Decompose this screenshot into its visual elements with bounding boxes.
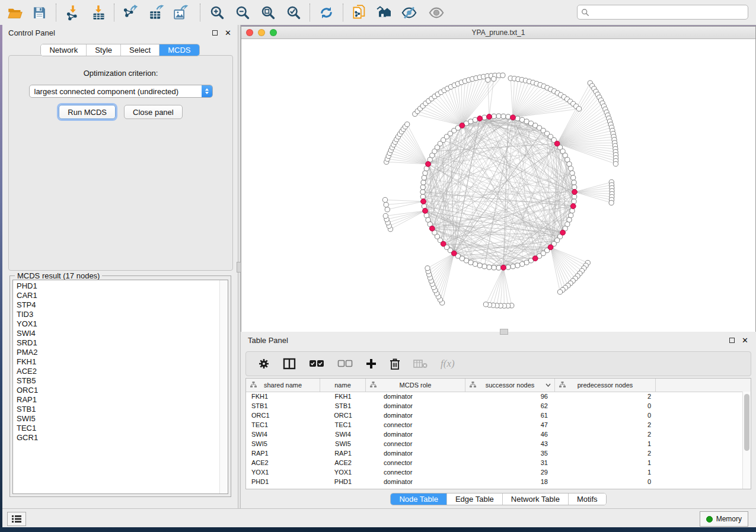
save-session-icon[interactable] [31, 4, 47, 21]
window-zoom-icon[interactable] [270, 29, 277, 36]
dominator-node[interactable] [426, 162, 431, 167]
table-row[interactable]: SWI5SWI5connector431 [246, 439, 743, 448]
column-header-shared-name[interactable]: shared name [246, 379, 320, 392]
dominator-node[interactable] [511, 115, 516, 120]
mcds-result-item[interactable]: PMA2 [13, 348, 219, 357]
network-window-titlebar[interactable]: YPA_prune.txt_1 [241, 27, 755, 39]
table-row[interactable]: TEC1TEC1connector472 [246, 420, 743, 430]
hide-selected-icon[interactable] [401, 4, 417, 21]
dominator-node[interactable] [532, 256, 538, 261]
window-close-icon[interactable] [246, 29, 253, 36]
import-network-icon[interactable] [65, 4, 81, 21]
dominator-node[interactable] [554, 141, 560, 146]
dominator-node[interactable] [572, 190, 578, 195]
search-input[interactable] [592, 8, 748, 17]
dominator-node[interactable] [560, 230, 566, 235]
table-row[interactable]: SWI4SWI4dominator462 [246, 430, 743, 439]
deselect-all-rows-icon[interactable] [337, 360, 353, 368]
show-hidden-icon[interactable] [428, 4, 445, 21]
dominator-node[interactable] [570, 204, 576, 209]
mcds-result-item[interactable]: ACE2 [13, 367, 219, 376]
mcds-result-item[interactable]: SRD1 [13, 338, 219, 348]
table-row[interactable]: RAP1RAP1dominator352 [246, 448, 743, 458]
mcds-result-item[interactable]: FKH1 [13, 357, 219, 367]
mcds-result-item[interactable]: YOX1 [13, 319, 219, 329]
export-network-icon[interactable] [122, 4, 138, 21]
mcds-list-scrollbar[interactable] [219, 280, 228, 493]
mcds-result-item[interactable]: STB1 [13, 405, 219, 414]
home-networks-icon[interactable] [375, 4, 391, 21]
mcds-result-item[interactable]: SWI5 [13, 414, 219, 424]
export-image-icon[interactable] [173, 4, 189, 21]
table-row[interactable]: YOX1YOX1connector291 [246, 467, 743, 477]
select-all-rows-icon[interactable] [309, 360, 324, 368]
column-header-successor-nodes[interactable]: successor nodes [465, 379, 555, 392]
column-header-predecessor-nodes[interactable]: predecessor nodes [555, 379, 656, 392]
table-row[interactable]: FKH1FKH1dominator962 [246, 392, 743, 401]
tab-edge-table[interactable]: Edge Table [447, 493, 503, 505]
run-mcds-button[interactable]: Run MCDS [59, 105, 116, 119]
zoom-selected-icon[interactable] [285, 4, 302, 21]
zoom-fit-icon[interactable] [260, 4, 276, 21]
dominator-node[interactable] [451, 251, 457, 256]
window-minimize-icon[interactable] [258, 29, 265, 36]
tab-select[interactable]: Select [121, 44, 160, 56]
dominator-node[interactable] [460, 123, 465, 128]
network-document-icon[interactable] [351, 4, 368, 21]
dominator-node[interactable] [423, 208, 428, 213]
tab-mcds[interactable]: MCDS [160, 44, 199, 56]
column-header-MCDS-role[interactable]: MCDS role [366, 379, 465, 392]
mcds-result-item[interactable]: TID3 [13, 310, 219, 319]
dominator-node[interactable] [548, 245, 553, 250]
float-table-panel-icon[interactable] [728, 336, 736, 344]
open-session-icon[interactable] [7, 4, 23, 21]
criterion-dropdown[interactable]: largest connected component (undirected) [29, 85, 213, 98]
tab-network-table[interactable]: Network Table [503, 493, 569, 505]
column-header-name[interactable]: name [320, 379, 366, 392]
mcds-result-item[interactable]: ORC1 [13, 386, 219, 395]
mcds-result-item[interactable]: STP4 [13, 300, 219, 310]
apply-layout-icon[interactable] [318, 4, 334, 21]
dominator-node[interactable] [421, 199, 426, 204]
delete-column-icon[interactable] [390, 358, 400, 370]
tab-node-table[interactable]: Node Table [391, 493, 447, 505]
zoom-out-icon[interactable] [234, 4, 251, 21]
table-settings-gear-icon[interactable] [258, 358, 270, 370]
zoom-in-icon[interactable] [209, 4, 225, 21]
mcds-result-item[interactable]: SWI4 [13, 329, 219, 338]
memory-button[interactable]: Memory [700, 511, 748, 527]
tab-style[interactable]: Style [87, 44, 121, 56]
mcds-result-item[interactable]: PHD1 [13, 281, 219, 291]
table-row[interactable]: ACE2ACE2connector311 [246, 458, 743, 467]
network-canvas[interactable] [241, 39, 755, 332]
tab-motifs[interactable]: Motifs [569, 493, 606, 505]
dominator-node[interactable] [441, 241, 446, 246]
function-builder-icon[interactable]: f(x) [441, 358, 455, 370]
search-field[interactable] [577, 5, 748, 20]
delete-table-icon[interactable] [413, 359, 428, 368]
show-panel-list-button[interactable] [7, 512, 26, 526]
mcds-result-list[interactable]: PHD1CAR1STP4TID3YOX1SWI4SRD1PMA2FKH1ACE2… [12, 280, 228, 494]
mcds-result-item[interactable]: RAP1 [13, 395, 219, 405]
table-scrollbar-thumb[interactable] [744, 394, 749, 451]
add-column-icon[interactable] [366, 358, 377, 369]
dominator-node[interactable] [477, 116, 483, 121]
mcds-result-item[interactable]: STB5 [13, 376, 219, 386]
table-row[interactable]: STB1STB1dominator620 [246, 401, 743, 411]
column-visibility-icon[interactable] [283, 358, 296, 370]
horizontal-splitter-grip[interactable] [500, 329, 508, 335]
close-panel-button[interactable]: Close panel [124, 105, 183, 119]
mcds-result-item[interactable]: TEC1 [13, 424, 219, 433]
float-panel-icon[interactable] [211, 29, 219, 37]
tab-network[interactable]: Network [41, 44, 87, 56]
dominator-node[interactable] [487, 114, 492, 120]
dominator-node[interactable] [429, 226, 435, 231]
mcds-result-item[interactable]: CAR1 [13, 291, 219, 300]
close-panel-icon[interactable]: ✕ [224, 29, 232, 37]
mcds-result-item[interactable]: GCR1 [13, 433, 219, 443]
import-table-icon[interactable] [90, 4, 107, 21]
table-row[interactable]: PHD1PHD1dominator180 [246, 477, 743, 486]
close-table-panel-icon[interactable]: ✕ [741, 336, 749, 344]
export-table-icon[interactable] [148, 4, 165, 21]
table-row[interactable]: ORC1ORC1dominator610 [246, 411, 743, 420]
